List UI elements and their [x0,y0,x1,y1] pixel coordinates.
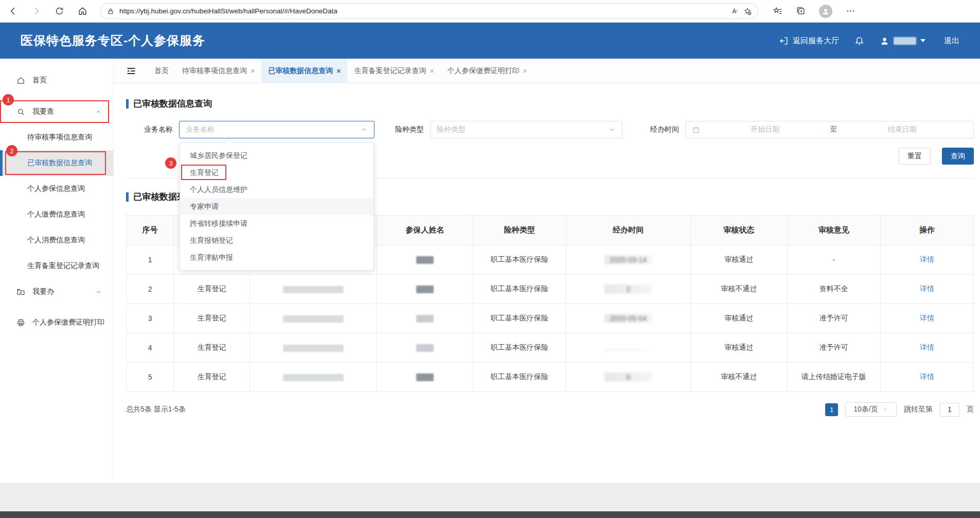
user-menu[interactable] [880,36,925,46]
tab-pending-review-query[interactable]: 待审核事项信息查询 × [175,59,261,83]
cell-insurance: 职工基本医疗保险 [473,245,566,275]
logout-button[interactable]: 退出 [944,36,959,46]
home-icon [16,76,25,85]
cell-insurance: 职工基本医疗保险 [473,304,566,333]
cell-business: 生育登记 [174,363,250,392]
jump-page-input[interactable] [940,403,959,417]
sidebar: 首页 我要查 1 待审核事项信息查询 已审核数据信息查询 2 个人参保信息查询 [0,59,114,483]
tab-birth-record-query[interactable]: 生育备案登记记录查询 × [347,59,440,83]
cell-seq: 2 [127,275,174,304]
business-name-placeholder: 业务名称 [186,125,215,134]
main-area: 首页 待审核事项信息查询 × 已审核数据信息查询 × 生育备案登记记录查询 × … [114,59,980,483]
page-size-select[interactable]: 10条/页 [845,402,897,417]
bell-icon[interactable] [854,36,864,46]
redacted-time: 2020-05-04 [604,314,652,323]
return-hall-label: 返回服务大厅 [793,36,839,46]
col-name: 参保人姓名 [377,216,473,245]
cell-insurance: 职工基本医疗保险 [473,363,566,392]
sidebar-item-home[interactable]: 首页 [0,67,113,94]
user-icon [880,36,889,46]
collections-icon[interactable] [796,6,806,16]
add-favorite-icon[interactable] [743,7,752,15]
redacted-id [283,345,344,352]
tab-home[interactable]: 首页 [148,59,175,83]
favorites-bar-icon[interactable] [773,6,782,16]
reset-button[interactable]: 重置 [899,148,931,165]
refresh-icon[interactable] [55,6,64,16]
close-icon[interactable]: × [251,67,255,75]
cell-id-redacted [250,275,377,304]
browser-profile-avatar[interactable] [819,5,832,18]
cell-name-redacted [377,245,473,275]
close-icon[interactable]: × [430,67,434,75]
page-1-button[interactable]: 1 [825,403,838,416]
cell-action: 详情 [880,304,973,333]
detail-link[interactable]: 详情 [920,314,934,322]
sidebar-item-birth-record-query[interactable]: 生育备案登记记录查询 [0,253,113,279]
dropdown-option-birth-reimbursement[interactable]: 生育报销登记 [180,232,373,249]
back-icon[interactable] [8,6,18,16]
detail-link[interactable]: 详情 [920,255,934,263]
url-bar[interactable]: https://ybj.hubei.gov.cn/hubeiHallSt/web… [100,3,758,19]
redacted-time [604,349,652,350]
return-hall-button[interactable]: 返回服务大厅 [779,36,839,46]
business-name-select[interactable]: 业务名称 城乡居民参保登记 生育登记 3 个人人员信息维护 [179,121,375,138]
dropdown-option-label: 跨省转移接续申请 [190,219,247,227]
cell-status: 审核不通过 [690,275,787,304]
tutorial-step-badge-1: 1 [3,94,14,105]
dropdown-option-expert-application[interactable]: 专家申请 [180,198,373,215]
cell-insurance: 职工基本医疗保险 [473,333,566,363]
tab-label: 已审核数据信息查询 [268,66,333,76]
sidebar-group-do[interactable]: 我要办 [0,279,113,305]
query-button[interactable]: 查询 [942,148,974,165]
read-aloud-icon[interactable] [730,7,739,15]
sidebar-item-payment-proof-print[interactable]: 个人参保缴费证明打印 [0,309,113,336]
dropdown-option-birth-registration[interactable]: 生育登记 3 [180,164,373,181]
chevron-up-icon [361,126,368,133]
end-date-placeholder: 结束日期 [838,125,968,134]
collapse-menu-icon[interactable] [126,66,136,76]
col-insurance: 险种类型 [473,216,566,245]
sidebar-group-search[interactable]: 我要查 1 [0,99,113,124]
filter-section-title: 已审核数据信息查询 [126,98,974,110]
sidebar-item-personal-insurance-query[interactable]: 个人参保信息查询 [0,176,113,202]
sidebar-item-personal-consumption-query[interactable]: 个人消费信息查询 [0,227,113,253]
sidebar-home-label: 首页 [32,76,47,85]
detail-link[interactable]: 详情 [920,284,934,293]
table-row: 5 生育登记 职工基本医疗保险 0 审核不通过 请上传结婚证电子版 详情 [127,363,974,392]
detail-link[interactable]: 详情 [920,343,934,351]
cell-name-redacted [377,363,473,392]
insurance-type-select[interactable]: 险种类型 [430,121,622,138]
redacted-name [416,344,434,352]
sidebar-item-reviewed-data-query[interactable]: 已审核数据信息查询 2 [0,150,113,176]
sidebar-group-search-label: 我要查 [32,107,54,116]
dropdown-option-cross-province-transfer[interactable]: 跨省转移接续申请 [180,215,373,232]
close-icon[interactable]: × [336,67,341,75]
forward-icon[interactable] [31,6,41,16]
sidebar-group-do-label: 我要办 [32,287,54,296]
dropdown-option-label: 生育登记 [190,168,219,176]
close-icon[interactable]: × [523,67,527,75]
cell-time: 2020-05-04 [566,304,690,333]
dropdown-option-resident-registration[interactable]: 城乡居民参保登记 [180,147,373,164]
cell-time: 2020-03-14 [566,245,690,275]
printer-icon [16,318,25,327]
redacted-name [416,373,434,381]
cell-seq: 3 [127,304,174,333]
date-range-picker[interactable]: 开始日期 至 结束日期 [685,121,974,138]
home-nav-icon[interactable] [78,6,87,16]
cell-seq: 1 [127,245,174,275]
business-name-dropdown: 城乡居民参保登记 生育登记 3 个人人员信息维护 专家申请 跨省转移接续申请 生… [180,142,374,271]
sidebar-item-pending-review-query[interactable]: 待审核事项信息查询 [0,124,113,150]
dropdown-option-birth-allowance[interactable]: 生育津贴申报 [180,249,373,266]
sidebar-print-label: 个人参保缴费证明打印 [32,318,104,327]
tab-reviewed-data-query[interactable]: 已审核数据信息查询 × [261,59,347,83]
tab-payment-proof-print[interactable]: 个人参保缴费证明打印 × [441,59,534,83]
profile-person-icon [822,7,830,15]
more-menu-icon[interactable] [846,6,856,16]
table-row: 3 生育登记 职工基本医疗保险 2020-05-04 审核通过 准予许可 详情 [127,304,974,333]
detail-link[interactable]: 详情 [920,372,934,381]
sidebar-item-personal-payment-query[interactable]: 个人缴费信息查询 [0,202,113,227]
cell-id-redacted [250,304,377,333]
dropdown-option-personal-info-maintenance[interactable]: 个人人员信息维护 [180,181,373,198]
